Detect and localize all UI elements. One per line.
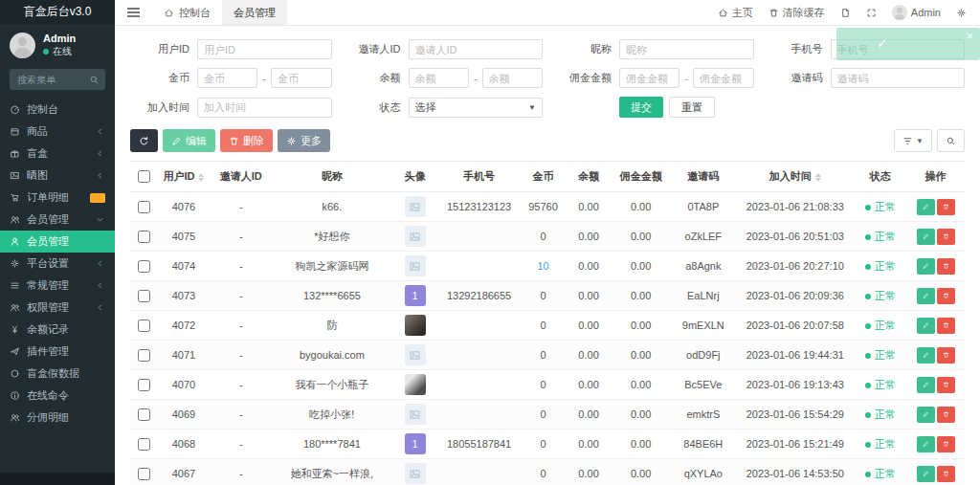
balance-max-input[interactable] bbox=[482, 68, 543, 88]
columns-button[interactable]: ▼ bbox=[894, 129, 932, 152]
row-edit-button[interactable] bbox=[917, 199, 935, 215]
row-delete-button[interactable] bbox=[937, 377, 955, 393]
coins-max-input[interactable] bbox=[271, 68, 331, 88]
row-edit-button[interactable] bbox=[917, 407, 935, 423]
sidebar-item-blindbox[interactable]: 盲盒 bbox=[0, 143, 115, 165]
sort-icon[interactable] bbox=[198, 173, 204, 182]
row-checkbox[interactable] bbox=[138, 468, 150, 480]
more-button[interactable]: 更多 bbox=[278, 129, 330, 152]
user-id-input[interactable] bbox=[197, 39, 332, 59]
user-panel: Admin 在线 bbox=[0, 24, 115, 67]
sidebar-item-label: 平台设置 bbox=[27, 256, 69, 271]
row-checkbox[interactable] bbox=[138, 231, 150, 243]
coins-min-input[interactable] bbox=[197, 68, 257, 88]
search-icon[interactable] bbox=[89, 75, 100, 85]
sidebar-item-members-sub[interactable]: 会员管理 bbox=[0, 231, 115, 253]
sidebar-item-platform[interactable]: 平台设置 bbox=[0, 253, 115, 275]
cell-commission: 0.00 bbox=[612, 252, 671, 281]
sidebar-item-permissions[interactable]: 权限管理 bbox=[0, 297, 115, 319]
commission-max-input[interactable] bbox=[693, 68, 753, 88]
sidebar-item-commission[interactable]: 分佣明细 bbox=[0, 407, 115, 429]
sidebar-search bbox=[10, 69, 105, 90]
filter-label: 手机号 bbox=[764, 42, 823, 56]
menu-toggle-icon[interactable] bbox=[115, 0, 152, 25]
navbar-home[interactable]: 主页 bbox=[710, 6, 761, 20]
phone-input[interactable] bbox=[831, 39, 966, 59]
row-checkbox[interactable] bbox=[138, 320, 150, 332]
row-delete-button[interactable] bbox=[937, 466, 955, 482]
table-search-button[interactable] bbox=[937, 129, 965, 152]
filter-label: 邀请码 bbox=[764, 71, 823, 85]
sidebar-item-gallery[interactable]: 晒图 bbox=[0, 165, 115, 187]
sort-icon[interactable] bbox=[815, 173, 821, 182]
balance-min-input[interactable] bbox=[409, 68, 469, 88]
user-status-label: 在线 bbox=[53, 45, 72, 58]
navbar-admin[interactable]: Admin bbox=[884, 5, 948, 20]
row-edit-button[interactable] bbox=[917, 436, 935, 452]
sidebar-item-general[interactable]: 常规管理 bbox=[0, 275, 115, 297]
avatar-image bbox=[405, 344, 426, 365]
join-time-input[interactable] bbox=[197, 98, 332, 118]
row-edit-button[interactable] bbox=[917, 347, 935, 364]
reset-button[interactable]: 重置 bbox=[669, 97, 715, 118]
row-checkbox[interactable] bbox=[138, 438, 150, 451]
delete-button[interactable]: 删除 bbox=[220, 129, 273, 152]
sidebar-item-plugins[interactable]: 插件管理 bbox=[0, 341, 115, 363]
edit-button[interactable]: 编辑 bbox=[163, 129, 215, 152]
sidebar-item-members[interactable]: 会员管理 bbox=[0, 209, 115, 231]
row-delete-button[interactable] bbox=[937, 436, 955, 452]
submit-button[interactable]: 提交 bbox=[619, 97, 663, 118]
cell-coins: 0 bbox=[521, 341, 567, 370]
cell-inviter-id: - bbox=[211, 192, 272, 222]
row-checkbox[interactable] bbox=[138, 379, 150, 391]
inviter-id-input[interactable] bbox=[409, 39, 544, 59]
row-checkbox[interactable] bbox=[138, 408, 150, 421]
sidebar-item-orders[interactable]: 订单明细 bbox=[0, 187, 115, 209]
invite-code-input[interactable] bbox=[831, 68, 966, 88]
row-delete-button[interactable] bbox=[937, 347, 955, 364]
filter-label: 邀请人ID bbox=[342, 42, 401, 56]
sidebar-item-fakedata[interactable]: 盲盒假数据 bbox=[0, 363, 115, 385]
filter-field-nickname: 昵称 bbox=[552, 39, 754, 59]
tab-dashboard[interactable]: 控制台 bbox=[152, 0, 222, 25]
row-edit-button[interactable] bbox=[917, 229, 935, 245]
toast-close-icon[interactable]: × bbox=[966, 29, 973, 43]
row-edit-button[interactable] bbox=[917, 288, 935, 304]
navbar-clear-cache[interactable]: 清除缓存 bbox=[761, 6, 833, 20]
row-edit-button[interactable] bbox=[917, 466, 935, 482]
navbar-document[interactable] bbox=[833, 8, 858, 18]
refresh-button[interactable] bbox=[130, 129, 158, 152]
filter-field-phone: 手机号 bbox=[764, 39, 966, 59]
navbar-fullscreen[interactable] bbox=[858, 8, 884, 18]
row-edit-button[interactable] bbox=[917, 258, 935, 275]
sidebar-item-balance[interactable]: 余额记录 bbox=[0, 319, 115, 341]
row-delete-button[interactable] bbox=[937, 288, 955, 304]
cell-user-id: 4076 bbox=[157, 192, 210, 222]
row-checkbox[interactable] bbox=[138, 201, 150, 213]
row-delete-button[interactable] bbox=[937, 229, 955, 245]
row-delete-button[interactable] bbox=[937, 258, 955, 275]
row-checkbox[interactable] bbox=[138, 290, 150, 302]
row-delete-button[interactable] bbox=[937, 199, 955, 215]
commission-min-input[interactable] bbox=[619, 68, 679, 88]
nickname-input[interactable] bbox=[619, 39, 754, 59]
sidebar-item-commands[interactable]: 在线命令 bbox=[0, 385, 115, 407]
row-checkbox[interactable] bbox=[138, 260, 150, 273]
member-table: 用户ID邀请人ID昵称头像手机号金币余额佣金金额邀请码加入时间状态操作 4076… bbox=[130, 161, 965, 485]
navbar-settings[interactable] bbox=[948, 8, 974, 18]
table-row: 4074-狗凯之家源码网100.000.00a8Agnk2023-01-06 2… bbox=[130, 252, 965, 281]
tab-members[interactable]: 会员管理 bbox=[222, 0, 287, 25]
cell-commission: 0.00 bbox=[612, 311, 671, 341]
select-all-checkbox[interactable] bbox=[138, 170, 150, 183]
row-edit-button[interactable] bbox=[917, 318, 935, 334]
coins-link[interactable]: 10 bbox=[537, 260, 548, 272]
row-delete-button[interactable] bbox=[937, 318, 955, 334]
sidebar-item-goods[interactable]: 商品 bbox=[0, 121, 115, 143]
filter-label: 昵称 bbox=[552, 42, 612, 56]
row-checkbox[interactable] bbox=[138, 349, 150, 362]
row-delete-button[interactable] bbox=[937, 407, 955, 423]
sidebar-item-dashboard[interactable]: 控制台 bbox=[0, 99, 115, 121]
status-select[interactable]: 选择 ▼ bbox=[409, 98, 544, 118]
row-edit-button[interactable] bbox=[917, 377, 935, 393]
cell-avatar: 1 bbox=[392, 430, 438, 459]
